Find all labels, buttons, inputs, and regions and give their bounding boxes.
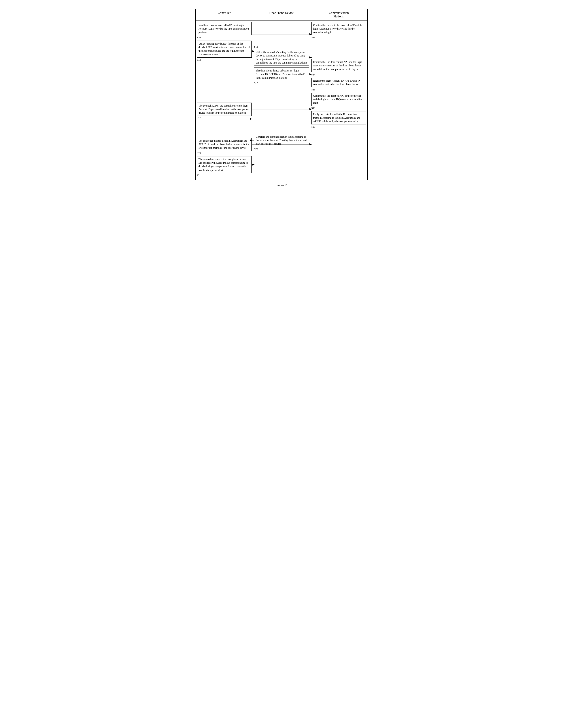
header-door: Door Phone Device	[253, 9, 311, 21]
s13-text: Utilize the controller’s setting for the…	[256, 51, 307, 64]
page: Controller Door Phone Device Communicati…	[195, 9, 368, 187]
s14-label: S14	[311, 73, 366, 76]
s11-box: Confirm that the controller doorbell APP…	[311, 22, 366, 35]
spacer-mid-ctrl	[197, 63, 252, 103]
s12-text: Utilize “setting new device” function of…	[198, 42, 250, 56]
spacer-s10-door	[254, 22, 309, 45]
diagram-container: Controller Door Phone Device Communicati…	[195, 9, 368, 180]
spacer-mid-door	[254, 86, 309, 134]
s15-box: The door phone device publishes its “log…	[254, 68, 309, 81]
s19-box: The controller utilizes the login Accoun…	[197, 138, 252, 151]
s22-label: S22	[254, 148, 309, 150]
diagram-body: Install and execute doorbell APP, input …	[195, 21, 368, 180]
col-controller: Install and execute doorbell APP, input …	[195, 21, 253, 180]
s21-label: S21	[197, 174, 252, 177]
s22-box: Generate and store notification table ac…	[254, 134, 309, 147]
col-comm: Confirm that the controller doorbell APP…	[310, 21, 368, 180]
col-door: S13 Utilize the controller’s setting for…	[253, 21, 311, 180]
s13-box: Utilize the controller’s setting for the…	[254, 49, 309, 66]
header-comm: Communication Platform	[310, 9, 368, 21]
s16-box: Register the login Account ID, APP ID an…	[311, 78, 366, 87]
s18-text: Confirm that the doorbell APP of the con…	[313, 94, 362, 104]
s19-label: S19	[197, 152, 252, 154]
s18-box: Confirm that the doorbell APP of the con…	[311, 93, 366, 106]
s11-text: Confirm that the controller doorbell APP…	[313, 24, 363, 34]
s19-text: The controller utilizes the login Accoun…	[198, 139, 249, 149]
columns-wrapper: Install and execute doorbell APP, input …	[195, 21, 368, 180]
s17-box: The doorbell APP of the controller uses …	[197, 103, 252, 116]
s18-label: S18	[311, 107, 366, 109]
s16-label: S16	[311, 88, 366, 91]
header-controller: Controller	[195, 9, 253, 21]
figure-caption: Figure 2	[195, 184, 368, 187]
s16-text: Register the login Account ID, APP ID an…	[313, 79, 360, 86]
s10-text: Install and execute doorbell APP, input …	[198, 24, 249, 34]
s14-text: Confirm that the door control APP and th…	[313, 61, 362, 70]
s12-box: Utilize “setting new device” function of…	[197, 41, 252, 57]
spacer-s12-comm	[311, 41, 366, 59]
s17-text: The doorbell APP of the controller uses …	[198, 104, 248, 114]
s17-label: S17	[197, 117, 252, 119]
s21-box: The controller connects the door phone d…	[197, 156, 252, 173]
s12-label: S12	[197, 58, 252, 61]
header-row: Controller Door Phone Device Communicati…	[195, 9, 368, 21]
s22-text: Generate and store notification table ac…	[256, 135, 307, 145]
spacer-s18-ctrl	[197, 121, 252, 138]
s11-label: S11	[311, 36, 366, 39]
s13-label: S13	[254, 45, 309, 48]
s14-box: Confirm that the door control APP and th…	[311, 59, 366, 72]
s20-label: S20	[311, 125, 366, 128]
s20-box: Reply the controller with the IP connect…	[311, 111, 366, 124]
s15-label: S15	[254, 82, 309, 84]
s10-label: S10	[197, 36, 252, 39]
s15-text: The door phone device publishes its “log…	[256, 69, 305, 79]
s21-text: The controller connects the door phone d…	[198, 158, 248, 171]
s20-text: Reply the controller with the IP connect…	[313, 113, 360, 123]
s10-box: Install and execute doorbell APP, input …	[197, 22, 252, 35]
